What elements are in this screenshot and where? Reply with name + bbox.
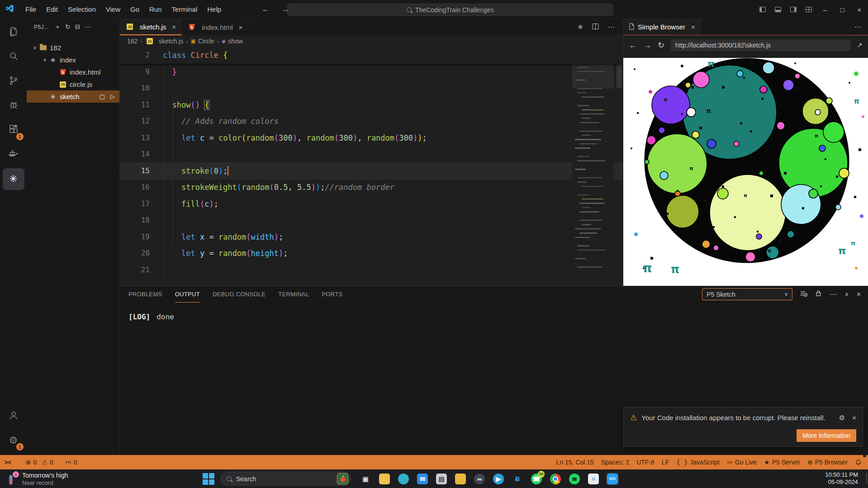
remote-indicator[interactable]: >< (0, 455, 15, 469)
breadcrumb[interactable]: 182›JSsketch.js›▣Circle›◈show (120, 35, 623, 47)
customize-layout-icon[interactable] (801, 0, 816, 19)
close-tab-icon[interactable]: × (172, 23, 176, 31)
code-line-10[interactable]: 10 (120, 80, 623, 97)
refresh-icon[interactable]: ↻ (65, 23, 71, 31)
menu-edit[interactable]: Edit (41, 3, 63, 16)
toggle-sidebar-icon[interactable] (755, 0, 770, 19)
notification-close-icon[interactable]: × (852, 414, 856, 422)
menu-go[interactable]: Go (125, 3, 144, 16)
more-actions-icon[interactable]: ⋯ (85, 23, 91, 31)
code-line-11[interactable]: 11 show() { (120, 97, 623, 114)
taskbar-app-discord[interactable]: ∞ (474, 473, 485, 485)
code-line-14[interactable]: 14 (120, 146, 623, 163)
split-editor-icon[interactable] (592, 23, 599, 31)
taskbar-app-files-app[interactable] (455, 473, 466, 485)
code-line-21[interactable]: 21 (120, 262, 623, 279)
taskbar-app-chrome[interactable] (550, 473, 561, 485)
activity-accounts[interactable] (3, 405, 24, 427)
taskbar-app-edge-browser[interactable] (398, 473, 409, 485)
command-center-search[interactable]: TheCodingTrain Challenges (287, 4, 613, 16)
cursor-position[interactable]: Ln 15, Col 15 (553, 455, 598, 469)
activity-settings[interactable]: ⚙1 (3, 430, 24, 451)
p5-run-icon[interactable]: ✳ (577, 23, 583, 31)
taskbar-clock[interactable]: 10:50:11 PM 05-09-2024 (825, 471, 858, 486)
browser-forward-icon[interactable]: → (643, 41, 651, 50)
code-line-18[interactable]: 18 (120, 212, 623, 229)
close-tab-icon[interactable]: × (239, 24, 243, 31)
breadcrumb-sketch-js[interactable]: JSsketch.js (145, 38, 183, 45)
collapse-all-icon[interactable]: ⊟ (75, 23, 81, 31)
editor-more-icon[interactable]: ⋯ (608, 23, 615, 31)
panel-tab-output[interactable]: OUTPUT (175, 286, 200, 303)
tab-index-html[interactable]: 5index.html× (182, 19, 248, 35)
menu-run[interactable]: Run (144, 3, 167, 16)
tree-item-182[interactable]: ∨182 (27, 42, 119, 54)
code-editor[interactable]: 2class Circle { 9 }1011 show() {12 // Ad… (120, 47, 623, 286)
taskbar-app-bluetooth[interactable]: Ƀ (512, 473, 523, 485)
panel-tab-debug-console[interactable]: DEBUG CONSOLE (213, 286, 266, 303)
notifications-bell[interactable] (851, 455, 865, 469)
activity-extensions[interactable]: 1 (3, 119, 24, 141)
indentation[interactable]: Spaces: 2 (598, 455, 633, 469)
open-external-icon[interactable]: ↗ (857, 41, 863, 49)
clear-output-icon[interactable] (800, 290, 807, 299)
close-button[interactable]: × (851, 0, 868, 19)
chevron-down-icon[interactable]: ∨ (31, 45, 38, 51)
taskbar-app-vscode[interactable]: </> (607, 473, 618, 485)
panel-more-icon[interactable]: ⋯ (830, 290, 837, 298)
toggle-panel-icon[interactable] (770, 0, 786, 19)
menu-help[interactable]: Help (202, 3, 226, 16)
code-line-17[interactable]: 17 fill(c); (120, 196, 623, 213)
close-tab-icon[interactable]: × (691, 23, 695, 31)
tree-item-sketch[interactable]: ✳sketch▢▷ (27, 90, 119, 103)
taskbar-app-whatsapp[interactable]: ☎50 (531, 473, 542, 485)
panel-tab-terminal[interactable]: TERMINAL (278, 286, 309, 303)
go-live-button[interactable]: Go Live (723, 455, 760, 469)
activity-search[interactable] (3, 46, 24, 68)
activity-source-control[interactable] (3, 71, 24, 92)
language-mode[interactable]: { }JavaScript (673, 455, 723, 469)
code-line-2[interactable]: 2class Circle { (120, 47, 623, 64)
maximize-panel-icon[interactable]: ∧ (844, 291, 849, 298)
p5-server-button[interactable]: ★P5 Server (760, 455, 804, 469)
start-button[interactable] (202, 473, 215, 485)
tab-sketch-js[interactable]: JSsketch.js× (120, 19, 182, 35)
activity-p5-view[interactable]: ✳ (3, 168, 24, 190)
tree-item-circle-js[interactable]: JScircle.js (27, 78, 119, 90)
show-desktop-button[interactable] (866, 473, 867, 484)
panel-tab-ports[interactable]: PORTS (322, 286, 342, 303)
minimize-button[interactable]: – (816, 0, 834, 19)
code-line-16[interactable]: 16 strokeWeight(random(0.5, 5.5));//rand… (120, 179, 623, 196)
menu-terminal[interactable]: Terminal (167, 3, 203, 16)
code-line-20[interactable]: 20 let y = random(height); (120, 245, 623, 262)
encoding[interactable]: UTF-8 (633, 455, 658, 469)
code-line-12[interactable]: 12 // Adds random colors (120, 113, 623, 130)
breadcrumb-circle[interactable]: ▣Circle (191, 38, 214, 45)
weather-widget[interactable]: 1 Tomorrow's high Near record (0, 472, 118, 486)
panel-tab-problems[interactable]: PROBLEMS (128, 286, 162, 303)
browser-back-icon[interactable]: ← (629, 41, 637, 50)
lock-autoscroll-icon[interactable] (815, 290, 822, 298)
taskbar-app-notepad[interactable]: ≡ (588, 473, 599, 485)
run-icon[interactable]: ▷ (110, 93, 115, 100)
output-channel-select[interactable]: P5 Sketch ∨ (702, 288, 792, 300)
menu-selection[interactable]: Selection (63, 3, 101, 16)
maximize-button[interactable]: □ (834, 0, 851, 19)
chevron-down-icon[interactable]: ∨ (41, 57, 48, 63)
more-information-button[interactable]: More Information (797, 429, 856, 442)
menu-file[interactable]: File (20, 3, 41, 16)
taskbar-app-file-explorer[interactable] (379, 473, 390, 485)
activity-docker[interactable] (3, 144, 24, 166)
browser-reload-icon[interactable]: ↻ (658, 40, 664, 50)
new-file-icon[interactable]: ＋ (54, 23, 61, 31)
nav-back-icon[interactable]: ← (261, 5, 270, 14)
tab-simple-browser[interactable]: Simple Browser × (623, 19, 701, 35)
code-line-19[interactable]: 19 let x = random(width); (120, 229, 623, 246)
eol-sequence[interactable]: LF (658, 455, 673, 469)
code-line-9[interactable]: 9 } (120, 64, 623, 81)
minimap[interactable] (572, 47, 614, 286)
taskbar-app-spotify[interactable]: ≋ (569, 473, 580, 485)
code-line-13[interactable]: 13 let c = color(random(300), random(300… (120, 130, 623, 147)
code-line-15[interactable]: 15 stroke(0); (120, 163, 623, 180)
taskbar-app-printer[interactable]: ▤ (436, 473, 447, 485)
